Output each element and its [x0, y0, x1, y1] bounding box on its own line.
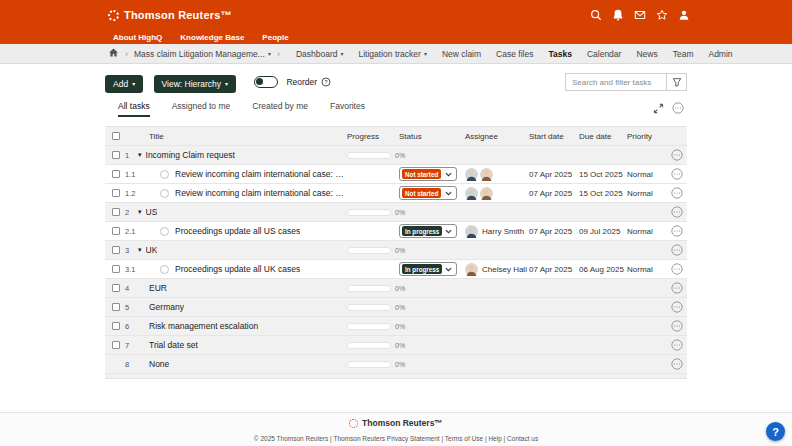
row-checkbox[interactable] — [112, 265, 120, 273]
status-select[interactable]: In progress — [399, 262, 457, 276]
row-actions-button[interactable] — [667, 203, 687, 221]
cell: 0% — [347, 203, 399, 221]
row-checkbox[interactable] — [112, 322, 120, 330]
row-actions-button[interactable] — [667, 146, 687, 164]
row-checkbox[interactable] — [112, 284, 120, 292]
toggle-knob — [256, 78, 263, 85]
module-tab-news[interactable]: News — [636, 49, 657, 59]
status-select[interactable]: Not started — [399, 167, 457, 181]
account-user-icon[interactable] — [677, 9, 690, 22]
row-actions-button[interactable] — [667, 184, 687, 202]
row-checkbox[interactable] — [112, 189, 120, 197]
header-nav-link-about-highq[interactable]: About HighQ — [113, 33, 162, 42]
task-title[interactable]: Proceedings update all UK cases — [175, 264, 300, 274]
task-title[interactable]: Germany — [149, 302, 184, 312]
tab-favorites[interactable]: Favorites — [330, 101, 365, 117]
expand-icon[interactable] — [653, 103, 664, 114]
more-options-icon[interactable] — [672, 102, 684, 114]
task-state-icon[interactable] — [160, 189, 169, 198]
task-title[interactable]: Proceedings update all US cases — [175, 226, 300, 236]
collapse-caret-icon[interactable]: ▾ — [138, 208, 142, 216]
task-title[interactable]: US — [146, 207, 158, 217]
brand[interactable]: Thomson Reuters™ — [108, 9, 232, 21]
notifications-bell-icon[interactable] — [611, 9, 624, 22]
row-actions-button[interactable] — [667, 355, 687, 373]
task-state-icon[interactable] — [160, 265, 169, 274]
task-state-icon[interactable] — [160, 227, 169, 236]
row-actions-button[interactable] — [667, 317, 687, 335]
task-title[interactable]: None — [149, 359, 169, 369]
status-select[interactable]: Not started — [399, 186, 457, 200]
task-title[interactable]: UK — [146, 245, 158, 255]
module-tab-new-claim[interactable]: New claim — [442, 49, 481, 59]
module-tab-tasks[interactable]: Tasks — [548, 49, 571, 59]
task-title[interactable]: EUR — [149, 283, 167, 293]
collapse-caret-icon[interactable]: ▾ — [138, 246, 142, 254]
column-priority[interactable]: Priority — [627, 127, 667, 145]
filter-button[interactable] — [667, 73, 687, 91]
footer-link-thomson-reuters-privacy-statement[interactable]: Thomson Reuters Privacy Statement — [333, 435, 439, 442]
messages-mail-icon[interactable] — [633, 9, 646, 22]
task-title[interactable]: Risk management escalation — [149, 321, 258, 331]
collapse-caret-icon[interactable]: ▾ — [138, 151, 142, 159]
cell — [529, 279, 579, 297]
task-state-icon[interactable] — [160, 170, 169, 179]
footer-link-terms-of-use[interactable]: Terms of Use — [445, 435, 483, 442]
reorder-toggle[interactable] — [254, 76, 278, 88]
module-tab-dashboard[interactable]: Dashboard▾ — [296, 49, 344, 59]
footer-link-help[interactable]: Help — [488, 435, 501, 442]
column-progress[interactable]: Progress — [347, 127, 399, 145]
header-nav-link-knowledge-base[interactable]: Knowledge Base — [180, 33, 244, 42]
row-actions-button[interactable] — [667, 336, 687, 354]
tab-assigned-to-me[interactable]: Assigned to me — [172, 101, 231, 117]
row-actions-button[interactable] — [667, 260, 687, 278]
task-title[interactable]: Review incoming claim international case… — [175, 169, 347, 179]
row-actions-button[interactable] — [667, 298, 687, 316]
column-status[interactable]: Status — [399, 127, 465, 145]
row-checkbox[interactable] — [112, 170, 120, 178]
column-assignee[interactable]: Assignee — [465, 127, 529, 145]
module-tab-litigation-tracker[interactable]: Litigation tracker▾ — [359, 49, 427, 59]
module-tab-calendar[interactable]: Calendar — [587, 49, 622, 59]
search-icon[interactable] — [589, 9, 602, 22]
progress-bar — [347, 247, 391, 254]
status-select[interactable]: In progress — [399, 224, 457, 238]
header-nav-link-people[interactable]: People — [262, 33, 288, 42]
tab-created-by-me[interactable]: Created by me — [252, 101, 308, 117]
task-title[interactable]: Trial date set — [149, 340, 198, 350]
column-start-date[interactable]: Start date — [529, 127, 579, 145]
row-actions-button[interactable] — [667, 165, 687, 183]
task-title[interactable]: Review incoming claim international case… — [175, 188, 347, 198]
row-checkbox[interactable] — [112, 227, 120, 235]
row-checkbox[interactable] — [112, 208, 120, 216]
tab-all-tasks[interactable]: All tasks — [118, 101, 150, 117]
module-tab-admin[interactable]: Admin — [708, 49, 732, 59]
add-button[interactable]: Add ▾ — [105, 75, 143, 93]
cell — [399, 203, 465, 221]
site-menu[interactable]: Mass claim Litigation Manageme... ▾ — [134, 49, 271, 59]
row-checkbox[interactable] — [112, 341, 120, 349]
search-input[interactable] — [565, 73, 667, 91]
help-widget-button[interactable]: ? — [766, 422, 785, 441]
view-tabs-row: All tasksAssigned to meCreated by meFavo… — [105, 101, 687, 119]
column-due-date[interactable]: Due date — [579, 127, 627, 145]
row-checkbox[interactable] — [112, 303, 120, 311]
module-tab-case-files[interactable]: Case files — [496, 49, 533, 59]
ellipsis-icon — [671, 263, 683, 275]
priority: Normal — [627, 265, 653, 274]
help-question-icon[interactable]: ? — [321, 73, 331, 91]
column-title[interactable]: Title — [149, 127, 347, 145]
row-actions-button[interactable] — [667, 222, 687, 240]
row-checkbox[interactable] — [112, 151, 120, 159]
row-checkbox[interactable] — [112, 246, 120, 254]
select-all-checkbox[interactable] — [112, 132, 120, 140]
view-hierarchy-button[interactable]: View: Hierarchy ▾ — [154, 75, 236, 93]
favorites-star-icon[interactable] — [655, 9, 668, 22]
row-actions-button[interactable] — [667, 279, 687, 297]
home-icon[interactable] — [108, 47, 119, 60]
row-actions-button[interactable] — [667, 241, 687, 259]
footer-link-contact-us[interactable]: Contact us — [507, 435, 538, 442]
task-title[interactable]: Incoming Claim request — [146, 150, 235, 160]
module-tab-team[interactable]: Team — [673, 49, 694, 59]
cell — [105, 222, 123, 240]
